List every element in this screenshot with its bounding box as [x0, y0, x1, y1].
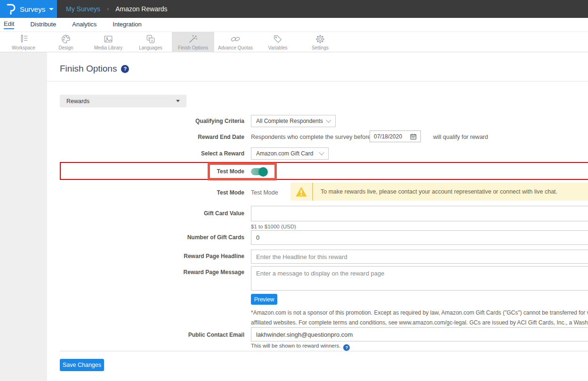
reward-end-date-label: Reward End Date	[56, 134, 244, 140]
breadcrumb: My Surveys › Amazon Rewards	[66, 0, 168, 18]
edit-toolbar: Workspace Design Media Library x̄ A	[0, 32, 588, 52]
tab-distribute[interactable]: Distribute	[30, 21, 56, 29]
media-library-icon	[103, 34, 113, 44]
reward-page-headline-input[interactable]	[251, 250, 588, 264]
tab-integration[interactable]: Integration	[113, 21, 141, 29]
select-reward-select[interactable]: Amazon.com Gift Card	[251, 147, 329, 160]
save-changes-button[interactable]: Save Changes	[60, 359, 104, 371]
chevron-down-icon	[319, 150, 324, 155]
reward-page-message-textarea[interactable]	[251, 266, 588, 291]
workspace-icon	[18, 34, 29, 44]
warning-text: To make rewards live, please contact you…	[321, 188, 557, 195]
gift-card-value-label: Gift Card Value	[56, 210, 244, 217]
questionpro-logo-icon	[6, 3, 16, 15]
toolbar-item-label: Settings	[312, 45, 329, 50]
page-title: Finish Options ?	[60, 64, 129, 74]
public-contact-email-input[interactable]	[251, 327, 588, 341]
test-mode-warning-banner: To make rewards live, please contact you…	[290, 183, 588, 201]
top-header-bar: Surveys My Surveys › Amazon Rewards	[0, 0, 588, 18]
qualifying-criteria-label: Qualifying Criteria	[56, 118, 244, 124]
languages-icon: x̄ A	[145, 34, 156, 44]
advance-quotas-icon	[230, 34, 241, 44]
toolbar-item-label: Advance Quotas	[218, 45, 253, 50]
test-mode-toggle-label: Test Mode	[56, 168, 244, 175]
qualifying-criteria-select[interactable]: All Complete Respondents	[251, 115, 336, 127]
chevron-down-icon	[326, 117, 331, 122]
survey-nav-tabs: Edit Distribute Analytics Integration	[0, 18, 588, 32]
toolbar-item-label: Variables	[268, 45, 288, 50]
reward-page-message-label: Reward Page Message	[56, 269, 244, 276]
variables-icon	[273, 34, 283, 44]
test-mode-status-label: Test Mode	[56, 189, 244, 196]
toolbar-item-languages[interactable]: x̄ A Languages	[129, 32, 172, 52]
calendar-icon	[410, 133, 417, 140]
public-contact-email-helper: This will be shown to reward winners.?	[251, 343, 350, 351]
select-reward-label: Select a Reward	[56, 150, 244, 157]
product-name: Surveys	[20, 5, 45, 13]
toolbar-item-label: Workspace	[12, 45, 35, 50]
gift-card-value-helper: $1 to $1000 (USD)	[251, 224, 296, 229]
amazon-disclaimer-text: *Amazon.com is not a sponsor of this pro…	[251, 308, 588, 328]
toolbar-item-label: Finish Options	[178, 45, 208, 50]
divider	[47, 81, 588, 81]
toolbar-item-workspace[interactable]: Workspace	[2, 32, 45, 52]
tab-analytics[interactable]: Analytics	[72, 21, 97, 29]
reward-end-date-prefix: Respondents who complete the survey befo…	[251, 134, 371, 140]
toolbar-item-variables[interactable]: Variables	[257, 32, 299, 52]
test-mode-status-value: Test Mode	[251, 189, 278, 196]
svg-text:A: A	[151, 39, 153, 43]
design-icon	[61, 34, 71, 44]
breadcrumb-my-surveys[interactable]: My Surveys	[66, 5, 100, 13]
toggle-knob	[258, 167, 268, 177]
test-mode-toggle[interactable]	[251, 168, 267, 175]
breadcrumb-current-survey: Amazon Rewards	[115, 5, 168, 13]
preview-button[interactable]: Preview	[251, 294, 277, 305]
help-icon[interactable]: ?	[121, 65, 129, 73]
toolbar-item-settings[interactable]: Settings	[299, 32, 341, 52]
toolbar-item-label: Media Library	[94, 45, 123, 50]
breadcrumb-separator: ›	[107, 6, 109, 12]
finish-option-type-dropdown[interactable]: Rewards	[60, 95, 186, 107]
reward-page-headline-label: Reward Page Headline	[56, 253, 244, 259]
help-icon[interactable]: ?	[343, 344, 350, 351]
gift-card-value-input[interactable]	[251, 206, 588, 221]
reward-end-date-suffix: will qualify for reward	[433, 134, 488, 140]
toolbar-item-media-library[interactable]: Media Library	[87, 32, 129, 52]
toolbar-item-design[interactable]: Design	[45, 32, 87, 52]
number-of-gift-cards-input[interactable]	[251, 230, 588, 245]
toolbar-item-label: Design	[58, 45, 73, 50]
settings-icon	[315, 34, 325, 44]
number-of-gift-cards-label: Number of Gift Cards	[56, 234, 244, 241]
toolbar-item-label: Languages	[139, 45, 162, 50]
divider	[60, 351, 588, 351]
chevron-down-icon	[49, 8, 54, 10]
product-menu[interactable]: Surveys	[0, 0, 57, 18]
reward-end-date-input[interactable]: 07/18/2020	[370, 130, 421, 142]
warning-icon	[295, 186, 307, 197]
toolbar-item-advance-quotas[interactable]: Advance Quotas	[214, 32, 257, 52]
finish-options-icon	[188, 34, 198, 44]
tab-edit[interactable]: Edit	[4, 20, 14, 29]
finish-options-panel: Finish Options ? Rewards Qualifying Crit…	[47, 52, 588, 381]
public-contact-email-label: Public Contact Email	[56, 332, 244, 338]
toolbar-item-finish-options[interactable]: Finish Options	[172, 32, 214, 52]
caret-down-icon	[176, 100, 180, 102]
divider	[312, 183, 313, 201]
app-window: Surveys My Surveys › Amazon Rewards Edit…	[0, 0, 588, 381]
